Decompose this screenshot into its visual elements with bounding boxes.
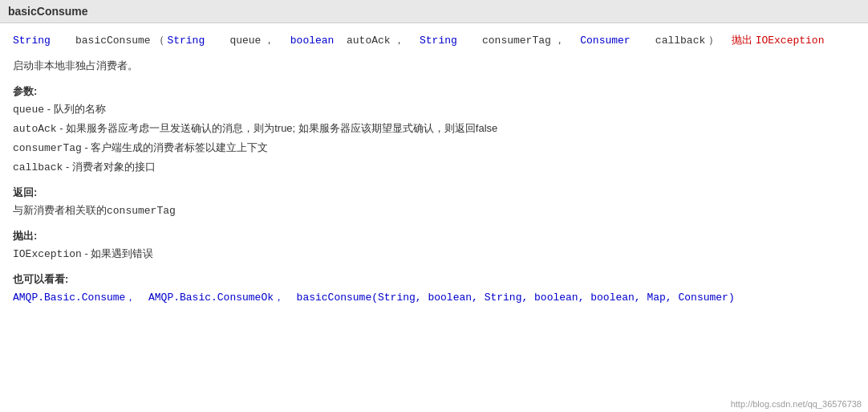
throws-item-ioexception: IOException - 如果遇到错误 [13,247,855,261]
throws-type-sig: IOException [756,35,825,47]
param4-type: Consumer [580,35,630,47]
see-also-section: 也可以看看: AMQP.Basic.Consume， AMQP.Basic.Co… [13,272,855,304]
return-code-value: consumerTag [107,205,176,217]
see-also-link-consume[interactable]: AMQP.Basic.Consume， [13,292,136,304]
see-also-spacer2 [287,290,294,303]
throws-label: 抛出: [13,229,855,243]
see-also-spacer1 [139,290,145,303]
open-paren: （ [154,35,164,47]
param-item-consumertag: consumerTag - 客户端生成的消费者标签以建立上下文 [13,141,855,155]
param-desc-consumertag: 客户端生成的消费者标签以建立上下文 [91,141,268,153]
param-sep-callback: - [66,161,72,173]
comma3: ， [554,35,578,47]
see-also-link-basicconsume[interactable]: basicConsume(String, boolean, String, bo… [297,292,735,304]
param3-name: consumerTag [482,35,551,47]
comma1: ， [264,35,287,47]
see-also-link-consumeok[interactable]: AMQP.Basic.ConsumeOk， [148,292,284,304]
param-desc-queue: 队列的名称 [54,103,106,115]
spacing5 [634,35,652,47]
params-label: 参数: [13,84,855,99]
param3-type: String [420,35,457,47]
spacing2 [208,35,226,47]
return-type: String [13,35,51,47]
param-name-autoack: autoAck [13,123,57,135]
content-area: String basicConsume （ String queue ， boo… [0,23,868,325]
return-desc: 与新消费者相关联的 [13,204,107,216]
spacing6 [722,35,728,47]
param4-name: callback [655,35,705,47]
param2-name: autoAck [347,35,391,47]
param-sep-queue: - [47,103,54,115]
param-item-callback: callback - 消费者对象的接口 [13,160,855,174]
param1-type: String [167,35,205,47]
see-also-label: 也可以看看: [13,272,855,287]
returns-label: 返回: [13,186,855,200]
param-desc-autoack: 如果服务器应考虑一旦发送确认的消息，则为true; 如果服务器应该期望显式确认，… [66,122,497,134]
return-text: 与新消费者相关联的consumerTag [13,203,855,218]
param-name-queue: queue [13,104,44,116]
param-item-queue: queue - 队列的名称 [13,102,855,116]
watermark: http://blog.csdn.net/qq_36576738 [731,399,862,409]
param-sep-autoack: - [59,122,66,134]
param-name-consumertag: consumerTag [13,142,82,154]
throws-desc-ioexception: 如果遇到错误 [91,247,153,259]
spacing3 [337,35,343,47]
method-name: basicConsume [75,35,151,47]
title-bar: basicConsume [0,0,868,23]
method-signature: String basicConsume （ String queue ， boo… [13,33,855,47]
throws-keyword: 抛出 [732,35,752,47]
throws-section: 抛出: IOException - 如果遇到错误 [13,229,855,261]
returns-section: 返回: 与新消费者相关联的consumerTag [13,186,855,218]
see-also-links: AMQP.Basic.Consume， AMQP.Basic.ConsumeOk… [13,290,855,304]
params-section: 参数: queue - 队列的名称 autoAck - 如果服务器应考虑一旦发送… [13,84,855,174]
method-description: 启动非本地非独占消费者。 [13,59,855,73]
comma2: ， [394,35,417,47]
spacing1 [54,35,72,47]
param1-name: queue [229,35,261,47]
param-desc-callback: 消费者对象的接口 [72,161,156,173]
param2-type: boolean [290,35,335,47]
spacing4 [460,35,479,47]
param-item-autoack: autoAck - 如果服务器应考虑一旦发送确认的消息，则为true; 如果服务… [13,121,855,136]
param-name-callback: callback [13,161,63,173]
close-paren: ） [708,35,719,47]
title-label: basicConsume [8,5,88,18]
throws-code-ioexception: IOException [13,248,82,260]
description-text: 启动非本地非独占消费者。 [13,59,138,71]
